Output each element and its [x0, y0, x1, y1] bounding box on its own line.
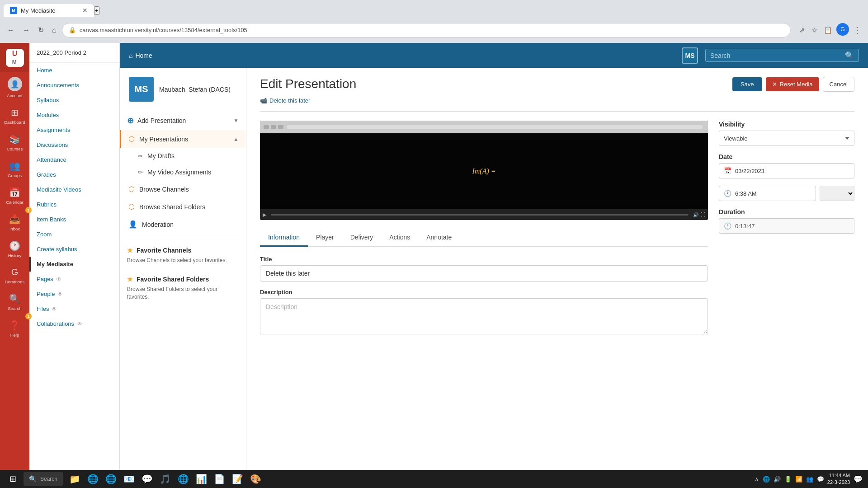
tab-player[interactable]: Player — [308, 229, 342, 247]
edit-panel: Edit Presentation Save ✕ Reset Media Can… — [246, 68, 868, 488]
taskbar-chrome[interactable]: 🌐 — [85, 471, 101, 487]
taskbar-outlook[interactable]: 📧 — [121, 471, 137, 487]
date-input[interactable]: 📅 — [719, 163, 854, 178]
save-button[interactable]: Save — [732, 77, 762, 91]
time-value-input[interactable] — [735, 190, 811, 197]
tab-actions[interactable]: Actions — [381, 229, 418, 247]
taskbar-acrobat[interactable]: 📄 — [211, 471, 227, 487]
new-tab-button[interactable]: + — [94, 6, 99, 15]
taskbar-edge[interactable]: 🌐 — [175, 471, 191, 487]
sidebar-item-search[interactable]: 🔍 Search — [0, 289, 29, 315]
reset-media-button[interactable]: ✕ Reset Media — [766, 77, 819, 91]
course-nav-create-syllabus[interactable]: Create syllabus — [29, 242, 119, 257]
taskbar-spotify[interactable]: 🎵 — [157, 471, 173, 487]
course-nav-syllabus[interactable]: Syllabus — [29, 93, 119, 108]
volume-icon[interactable]: 🔊 — [693, 212, 698, 217]
course-nav-zoom[interactable]: Zoom — [29, 227, 119, 242]
course-nav-assignments[interactable]: Assignments — [29, 122, 119, 137]
forward-button[interactable]: → — [20, 23, 33, 37]
sidebar-item-help[interactable]: ❓ Help 1 — [0, 315, 29, 342]
sidebar-moderation[interactable]: 👤 Moderation — [120, 216, 246, 233]
video-controls[interactable]: ▶ 🔊 ⛶ — [260, 209, 708, 220]
network-icon[interactable]: 🌐 — [761, 476, 771, 483]
bookmark-button[interactable]: ☆ — [809, 23, 820, 38]
sidebar-my-drafts[interactable]: ✏ My Drafts — [120, 148, 246, 164]
sidebar-item-courses[interactable]: 📚 Courses — [0, 129, 29, 156]
search-input[interactable] — [710, 52, 841, 59]
sidebar-item-inbox[interactable]: 📥 Inbox 1 — [0, 209, 29, 236]
course-nav-modules[interactable]: Modules — [29, 108, 119, 122]
notification-icon[interactable]: 💬 — [816, 476, 826, 483]
reset-x-icon: ✕ — [772, 81, 777, 88]
tab-information[interactable]: Information — [260, 229, 308, 247]
add-presentation-button[interactable]: ⊕ Add Presentation ▼ — [120, 111, 246, 130]
course-nav-mediasite[interactable]: Mediasite Videos — [29, 182, 119, 197]
course-nav-collaborations[interactable]: Collaborations 👁 — [29, 316, 119, 331]
favorite-channels-title: ★ Favorite Channels — [127, 247, 239, 254]
home-button[interactable]: ⌂ — [49, 23, 59, 37]
course-nav-files[interactable]: Files 👁 — [29, 301, 119, 316]
network-bars[interactable]: 📶 — [794, 476, 804, 483]
taskbar-ie[interactable]: 🌐 — [103, 471, 119, 487]
course-nav-item-banks[interactable]: Item Banks — [29, 212, 119, 227]
sidebar-item-calendar[interactable]: 📅 Calendar — [0, 183, 29, 209]
sidebar-item-account[interactable]: 👤 Account — [0, 72, 29, 103]
cast-button[interactable]: ⇗ — [797, 23, 807, 38]
play-button[interactable]: ▶ — [263, 212, 266, 218]
sidebar-browse-shared-folders[interactable]: ⬡ Browse Shared Folders — [120, 198, 246, 216]
visibility-select[interactable]: Viewable Private Public — [719, 131, 854, 146]
chevron-up-icon[interactable]: ∧ — [753, 476, 760, 483]
volume-sys-icon[interactable]: 🔊 — [772, 476, 782, 483]
clock-icon: 🕐 — [724, 190, 731, 197]
sidebar-item-groups[interactable]: 👥 Groups — [0, 156, 29, 183]
reload-button[interactable]: ↻ — [35, 23, 47, 37]
taskbar-excel[interactable]: 📊 — [193, 471, 209, 487]
course-nav-attendance[interactable]: Attendance — [29, 152, 119, 167]
tab-annotate[interactable]: Annotate — [418, 229, 460, 247]
profile-button[interactable]: 📋 — [821, 23, 835, 38]
taskbar-teams[interactable]: 💬 — [139, 471, 155, 487]
user-profile-button[interactable]: G — [836, 23, 849, 36]
date-value-input[interactable] — [735, 168, 849, 174]
taskbar-search[interactable]: 🔍 Search — [24, 472, 63, 486]
course-nav-home[interactable]: Home — [29, 63, 119, 78]
search-bar[interactable]: 🔍 — [705, 49, 859, 62]
cancel-button[interactable]: Cancel — [823, 77, 854, 92]
description-textarea[interactable] — [260, 298, 708, 334]
notification-center-button[interactable]: 💬 — [852, 473, 864, 485]
course-nav-people[interactable]: People 👁 — [29, 286, 119, 301]
time-input[interactable]: 🕐 — [719, 186, 816, 201]
tab-delivery[interactable]: Delivery — [342, 229, 382, 247]
close-tab-button[interactable]: ✕ — [82, 7, 88, 14]
course-nav-grades[interactable]: Grades — [29, 167, 119, 182]
taskbar-file-explorer[interactable]: 📁 — [66, 471, 83, 487]
sidebar-my-presentations[interactable]: ⬡ My Presentations ▲ — [120, 130, 246, 148]
address-bar[interactable]: 🔒 canvas.maastrichtuniversity.nl/courses… — [62, 23, 791, 38]
taskbar-word[interactable]: 📝 — [229, 471, 245, 487]
active-tab[interactable]: M My Mediasite ✕ — [4, 4, 94, 17]
search-button[interactable]: 🔍 — [845, 51, 854, 60]
battery-icon[interactable]: 🔋 — [783, 476, 793, 483]
browser-menu-button[interactable]: ⋮ — [851, 23, 863, 38]
meeting-icon[interactable]: 👥 — [805, 476, 815, 483]
timezone-select[interactable] — [820, 186, 854, 201]
taskbar-app[interactable]: 🎨 — [247, 471, 264, 487]
sidebar-item-dashboard[interactable]: ⊞ Dashboard — [0, 103, 29, 129]
canvas-logo[interactable]: UM — [0, 43, 29, 72]
course-nav-pages[interactable]: Pages 👁 — [29, 272, 119, 286]
presentation-link[interactable]: 📹 Delete this later — [260, 97, 854, 104]
sidebar-item-history[interactable]: 🕐 History — [0, 236, 29, 263]
back-button[interactable]: ← — [5, 23, 17, 37]
sidebar-browse-channels[interactable]: ⬡ Browse Channels — [120, 180, 246, 198]
start-button[interactable]: ⊞ — [4, 470, 22, 488]
course-nav-discussions[interactable]: Discussions — [29, 137, 119, 152]
course-nav-announcements[interactable]: Announcements — [29, 78, 119, 93]
sidebar-my-video-assignments[interactable]: ✏ My Video Assignments — [120, 164, 246, 180]
title-input[interactable] — [260, 265, 708, 282]
course-nav-rubrics[interactable]: Rubrics — [29, 197, 119, 212]
course-nav-my-mediasite[interactable]: My Mediasite — [29, 257, 119, 272]
header-home-button[interactable]: ⌂ Home — [129, 52, 152, 59]
fullscreen-icon[interactable]: ⛶ — [700, 212, 705, 217]
help-icon: ❓ — [9, 320, 20, 331]
sidebar-item-commons[interactable]: G Commons — [0, 263, 29, 289]
